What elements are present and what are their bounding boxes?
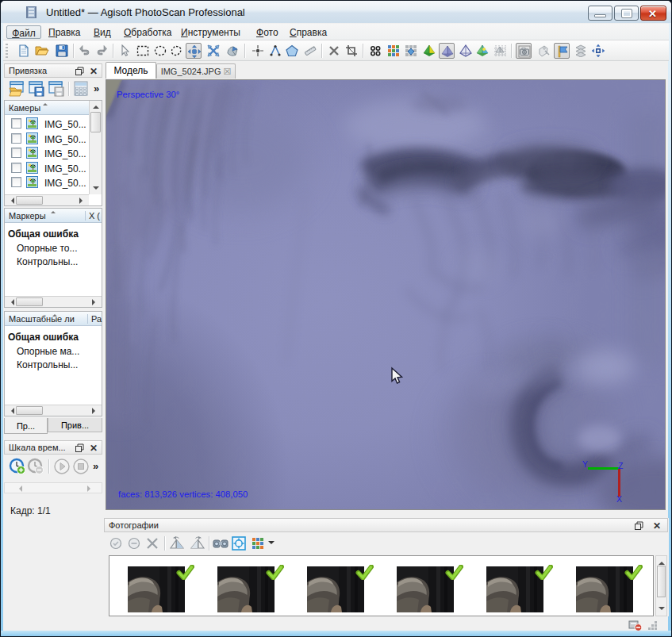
svg-text:Perspective 30°: Perspective 30°: [117, 90, 179, 99]
svg-text:faces: 813,926 vertices: 408,0: faces: 813,926 vertices: 408,050: [118, 489, 248, 499]
svg-text:Y: Y: [582, 459, 588, 469]
svg-text:Z: Z: [618, 461, 624, 470]
svg-text:X: X: [616, 494, 622, 504]
